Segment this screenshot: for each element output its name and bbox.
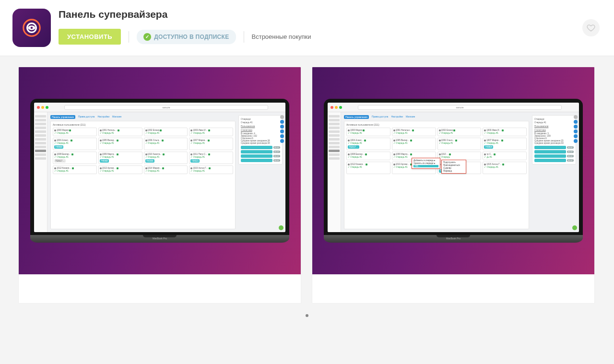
tab-control-panel: Панель управления — [344, 115, 369, 119]
stat-line: Среднее время разговора:33 — [534, 142, 574, 144]
context-item: Удалить из очереди ▸ — [413, 162, 438, 164]
bubble-nav — [280, 115, 284, 143]
traffic-min-icon — [41, 106, 44, 109]
svg-point-3 — [31, 27, 33, 29]
tab-control-panel: Панель управления — [50, 115, 75, 119]
browser-chrome: sanuze — [34, 103, 285, 112]
agent-card: 1005 Валер…✓ Очередь #1 — [392, 138, 436, 150]
stats-link: Статистика — [534, 129, 574, 131]
sidebar — [328, 112, 341, 232]
agent-card: 1003 Иван И…✓ Очередь #1 — [189, 128, 233, 136]
app-icon — [12, 9, 51, 47]
stats-link: Статистика — [241, 129, 280, 131]
install-button[interactable]: УСТАНОВИТЬ — [59, 29, 121, 45]
traffic-close-icon — [331, 106, 333, 109]
subscription-badge: ✓ ДОСТУПНО В ПОДПИСКЕ — [137, 30, 236, 44]
agent-card: 1001 Наталья…✓ Очередь #1 — [392, 128, 436, 136]
traffic-min-icon — [335, 106, 338, 109]
agent-card: 1010 Анаста…✓ Очередь #1790366 — [144, 152, 188, 164]
inapp-purchases-label: Встроенные покупки — [252, 33, 311, 40]
fab-icon — [572, 225, 577, 230]
queue-row: Очередь #1 — [241, 121, 280, 124]
tab-store: Магазин — [112, 115, 121, 119]
agent-card: 1006 Ольга…✓ Очередь #1 — [144, 138, 188, 150]
queue-call-row: 00:37 — [241, 146, 280, 149]
tab-store: Магазин — [406, 115, 415, 119]
tab-access: Права доступа — [78, 115, 94, 119]
agent-card: 1001 Наталь…✓ Очередь #1 — [98, 128, 142, 136]
queue-call-row: 00:37 — [534, 146, 574, 149]
queues-title: Очереди — [534, 117, 574, 120]
agent-card: 1012 Ксения…✓ Очередь #1 — [346, 162, 390, 174]
fab-icon — [279, 225, 283, 230]
traffic-max-icon — [46, 106, 48, 109]
queues-title: Очереди — [241, 117, 280, 120]
context-item: Добавить в очередь ▸ — [413, 159, 438, 162]
agent-card: 1014 Мария…✓ Очередь #1 — [144, 165, 188, 174]
queue-row: Очередь #1 — [534, 121, 574, 124]
queue-call-row: 00:37 — [534, 150, 574, 153]
check-icon: ✓ — [143, 33, 151, 41]
agent-card: 1015 Антон Г…✓ Очередь #1 — [483, 162, 527, 174]
context-item: Подслушать — [443, 161, 464, 164]
context-item: 749… — [413, 165, 438, 167]
agent-card: 1003 Иван И…✓ Очередь #1 — [483, 128, 527, 136]
app-title: Панель супервайзера — [59, 9, 575, 20]
sidebar — [34, 112, 47, 232]
agent-card: 1000 Мария✓ Очередь #1 — [346, 128, 390, 136]
laptop-mockup: sanuze — [30, 99, 289, 243]
agent-card: 1008 Екатер…✓ Очередь #1 — [346, 152, 390, 160]
bubble-nav — [574, 115, 578, 143]
agent-card: 1007 Марин…✓ Очередь #1749964 — [483, 138, 527, 150]
favorite-button[interactable] — [582, 19, 600, 36]
queue-call-row: 00:37 — [534, 154, 574, 158]
app-tabs: Панель управления Права доступа Настройк… — [50, 115, 236, 119]
screenshot-card[interactable]: sanuze — [18, 67, 301, 304]
queue-call-row: 00:37 — [241, 159, 280, 162]
screenshot-card[interactable]: sanuze — [312, 67, 595, 304]
divider — [129, 31, 129, 43]
traffic-max-icon — [339, 106, 342, 109]
url-bar: sanuze — [358, 105, 562, 110]
context-submenu: ПодслушатьПрисоединитьсяСуфлёрПеревод — [441, 160, 466, 174]
agent-card: 1010 …✓ Очередь — [437, 152, 482, 160]
queue-call-row: 00:37 — [241, 154, 280, 158]
agent-card: 1012 Ксения…✓ Очередь #1 — [53, 165, 97, 174]
context-item: Суфлёр — [443, 167, 464, 169]
laptop-brand: MacBook Pro — [153, 237, 167, 240]
pager-dot[interactable] — [306, 314, 308, 317]
queue-call-row: 00:37 — [241, 150, 280, 153]
app-tabs: Панель управления Права доступа Настройк… — [344, 115, 529, 119]
url-bar: sanuze — [64, 105, 268, 110]
context-item: Перевод — [443, 170, 464, 172]
agent-card: 1008 Екатер…✓ Очередь #1752617… — [53, 152, 97, 164]
agent-card: 1013 Артем…✓ Очередь #1 — [98, 165, 142, 174]
queue-call-row: 00:37 — [534, 159, 574, 162]
agent-card: 1009 Марта…✓ Очередь #1749968 — [98, 152, 142, 164]
laptop-brand: MacBook Pro — [446, 237, 460, 240]
screenshot-gallery: sanuze — [0, 56, 614, 308]
laptop-mockup: sanuze — [324, 99, 583, 243]
subscription-badge-label: ДОСТУПНО В ПОДПИСКЕ — [154, 34, 229, 40]
agent-card: тр С…✓ дь #1 — [483, 152, 527, 160]
stat-line: Среднее время разговора:34 — [241, 142, 280, 144]
tab-access: Права доступа — [372, 115, 388, 119]
users-link: Пользователи — [241, 125, 280, 128]
context-item: Присоединиться — [443, 164, 464, 166]
agent-card: 1006 Ольга…✓ Очередь #1 — [437, 138, 482, 150]
gallery-pager — [0, 308, 614, 329]
active-users-title: Активные пользователи (211) — [346, 123, 527, 126]
agent-card: 1005 Валер…✓ Очередь #1 — [98, 138, 142, 150]
traffic-close-icon — [37, 106, 40, 109]
agent-card: 1007 Марин…✓ Очередь #1 — [189, 138, 233, 150]
app-header: Панель супервайзера УСТАНОВИТЬ ✓ ДОСТУПН… — [0, 0, 614, 56]
agent-card: 1004 Алекс…✓ Очередь #1752017… — [346, 138, 390, 150]
agent-card: 1015 Антон Г…✓ Очередь #1 — [189, 165, 233, 174]
users-link: Пользователи — [534, 125, 574, 128]
tab-settings: Настройки — [391, 115, 403, 119]
agent-card: 1002 Елена✓ Очередь #1 — [437, 128, 482, 136]
agent-card: 1011 Петр С…✓ Очередь #1738321 — [189, 152, 233, 164]
heart-icon — [587, 23, 595, 32]
active-users-title: Активные пользователи (211) — [53, 123, 233, 126]
agent-card: 1004 Алекс…✓ Очередь #1749968 — [53, 138, 97, 150]
